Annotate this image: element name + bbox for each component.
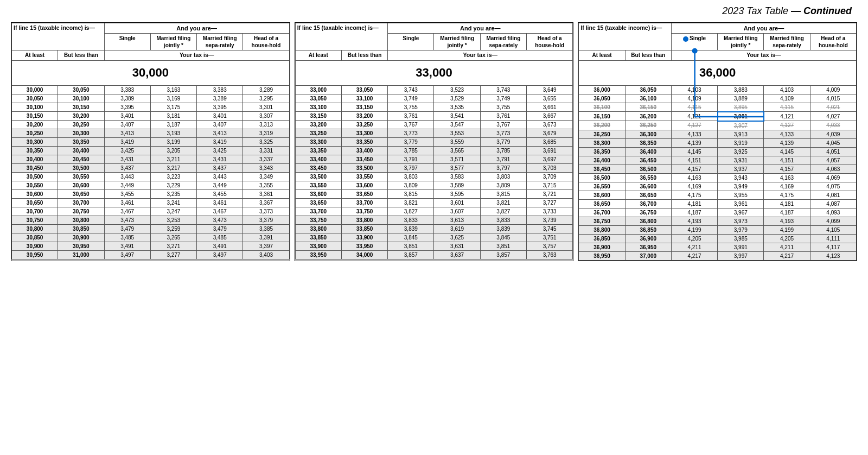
income-range-cell: 30,800 [12,224,58,233]
tax-amount-cell: 3,637 [434,250,480,259]
income-range-cell: 33,300 [341,129,387,137]
col-header-1: Married filing jointly * [434,34,480,50]
income-range-cell: 36,400 [579,156,625,165]
income-range-cell: 31,000 [58,250,104,259]
tax-amount-cell: 3,455 [197,189,243,198]
income-range-cell: 30,600 [58,181,104,189]
if-line-header: If line 15 (taxable income) is— [295,23,388,50]
income-range-cell: 33,400 [341,146,387,155]
tax-amount-cell: 3,413 [104,129,150,137]
income-range-cell: 36,750 [579,217,625,225]
tax-amount-cell: 3,749 [480,94,526,103]
tax-table-table2: If line 15 (taxable income) is—And you a… [295,22,574,261]
income-range-cell: 36,100 [625,94,671,103]
table-row: 36,05036,1004,1093,8894,1094,015 [579,94,857,103]
tax-amount-cell: 3,685 [527,137,573,146]
tax-amount-cell: 3,827 [388,207,434,216]
table-row: 36,45036,5004,1573,9374,1574,063 [579,165,857,173]
table-row: 30,90030,9503,4913,2713,4913,397 [12,242,290,250]
col-header-0: Single [104,34,150,50]
tax-amount-cell: 4,199 [671,225,717,234]
tax-amount-cell: 3,809 [480,181,526,189]
tax-amount-cell: 3,625 [434,233,480,242]
tax-amount-cell: 3,403 [243,250,289,259]
table-row: 36,70036,7504,1873,9674,1874,093 [579,208,857,217]
tax-amount-cell: 4,133 [671,130,717,138]
table-row: 30,65030,7003,4613,2413,4613,367 [12,198,290,207]
income-range-cell: 30,650 [12,198,58,207]
income-range-cell: 34,000 [341,250,387,259]
and-you-are-header: And you are— [388,23,573,34]
tax-amount-cell: 3,419 [104,137,150,146]
income-range-cell: 30,050 [58,85,104,94]
tax-amount-cell: 4,217 [764,251,810,260]
table-row: 36,40036,4504,1513,9314,1514,057 [579,156,857,165]
income-range-cell: 36,700 [625,199,671,208]
income-range-cell: 36,850 [579,234,625,243]
tax-amount-cell: 3,919 [718,138,764,147]
if-line-header: If line 15 (taxable income) is— [12,23,105,50]
income-range-cell: 33,950 [341,242,387,250]
income-range-cell: 36,200 [625,112,671,121]
tax-amount-cell: 3,619 [434,224,480,233]
tax-amount-cell: 4,117 [810,243,856,251]
tax-amount-cell: 3,749 [388,94,434,103]
table-row: 36,65036,7004,1813,9614,1814,087 [579,199,857,208]
income-range-cell: 36,250 [579,130,625,138]
income-range-cell: 36,000 [579,85,625,94]
income-range-cell: 33,550 [341,172,387,181]
table-row: 33,55033,6003,8093,5893,8093,715 [295,181,573,189]
tax-amount-cell: 3,389 [197,94,243,103]
tax-amount-cell: 3,541 [434,111,480,120]
income-range-cell: 36,050 [625,85,671,94]
but-less-col: But less than [625,50,671,61]
income-range-cell: 36,750 [625,208,671,217]
tax-amount-cell: 4,205 [764,234,810,243]
income-range-cell: 30,100 [12,103,58,111]
tax-amount-cell: 4,175 [671,191,717,199]
income-range-cell: 30,750 [58,207,104,216]
tax-amount-cell: 3,791 [388,155,434,163]
tax-amount-cell: 3,163 [150,85,196,94]
tax-amount-cell: 4,187 [764,208,810,217]
col-header-2: Married filing sepa-rately [480,34,526,50]
income-range-cell: 30,350 [58,137,104,146]
at-least-col: At least [12,50,58,61]
tax-amount-cell: 3,547 [434,120,480,129]
table-row: 33,60033,6503,8153,5953,8153,721 [295,189,573,198]
income-range-cell: 33,500 [341,163,387,172]
table-row: 36,50036,5504,1633,9434,1634,069 [579,173,857,182]
tax-amount-cell: 3,857 [480,250,526,259]
section-number: 36,000 [579,60,857,85]
tax-amount-cell: 3,755 [480,103,526,111]
table-table2: If line 15 (taxable income) is—And you a… [295,23,573,260]
your-tax-header: Your tax is— [104,50,289,61]
income-range-cell: 36,650 [579,199,625,208]
table-row: 33,25033,3003,7733,5533,7733,679 [295,129,573,137]
tax-amount-cell: 3,649 [527,85,573,94]
income-range-cell: 36,800 [625,217,671,225]
tax-amount-cell: 3,383 [197,85,243,94]
table-table3: If line 15 (taxable income) is—And you a… [578,23,857,261]
table-row: 33,10033,1503,7553,5353,7553,661 [295,103,573,111]
income-range-cell: 36,600 [625,182,671,191]
tax-amount-cell: 3,785 [480,146,526,155]
income-range-cell: 30,700 [58,198,104,207]
tax-amount-cell: 3,229 [150,181,196,189]
tax-amount-cell: 3,443 [104,172,150,181]
tax-amount-cell: 3,431 [197,155,243,163]
tax-amount-cell: 3,479 [104,224,150,233]
tax-amount-cell: 3,265 [150,233,196,242]
income-range-cell: 36,300 [625,130,671,138]
income-range-cell: 30,750 [12,216,58,224]
income-range-cell: 33,800 [341,216,387,224]
tax-amount-cell: 3,809 [388,181,434,189]
tax-amount-cell: 3,175 [150,103,196,111]
tax-amount-cell: 4,175 [764,191,810,199]
income-range-cell: 33,650 [341,189,387,198]
tax-amount-cell: 4,139 [671,138,717,147]
tax-amount-cell: 3,761 [480,111,526,120]
tax-amount-cell: 4,211 [671,243,717,251]
tax-amount-cell: 4,033 [810,121,856,130]
tax-amount-cell: 3,431 [104,155,150,163]
